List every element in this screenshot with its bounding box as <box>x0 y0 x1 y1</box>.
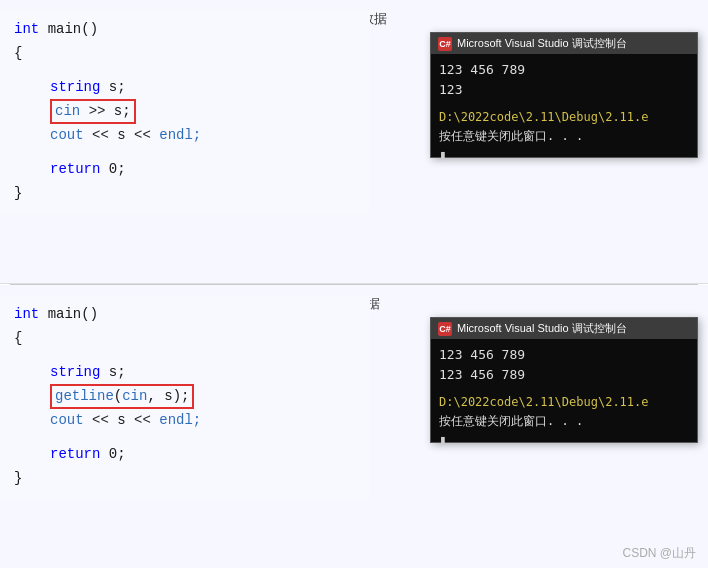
brace-open-1: { <box>14 42 22 66</box>
var-s-3: s <box>117 124 125 148</box>
console-cursor-2: ▮ <box>439 430 689 436</box>
console-line-b1: 123 456 789 <box>439 345 689 365</box>
code-line-blank-1 <box>0 66 370 76</box>
code-line-3: string s; <box>0 76 370 100</box>
code-line-b1: int main() <box>0 303 370 327</box>
code-line-7: } <box>0 182 370 206</box>
code-block-bottom: int main() { string s; getline(cin, s); … <box>0 295 370 499</box>
console-body-top: 123 456 789 123 D:\2022code\2.11\Debug\2… <box>431 54 697 157</box>
keyword-int-1: int <box>14 18 39 42</box>
keyword-return-2: return <box>50 443 100 467</box>
console-line-b4: 按任意键关闭此窗口. . . <box>439 412 689 431</box>
console-window-bottom: C# Microsoft Visual Studio 调试控制台 123 456… <box>430 317 698 443</box>
op-1: >> <box>89 103 106 119</box>
brace-close-2: } <box>14 467 22 491</box>
code-line-blank-b1 <box>0 351 370 361</box>
keyword-return-1: return <box>50 158 100 182</box>
code-line-b3: string s; <box>0 361 370 385</box>
keyword-string-2: string <box>50 361 100 385</box>
var-s-2: s; <box>114 103 131 119</box>
var-s-b3: s <box>117 409 125 433</box>
op-b3: << <box>134 409 151 433</box>
cout-keyword-1: cout <box>50 124 84 148</box>
cout-keyword-2: cout <box>50 409 84 433</box>
op-2: << <box>92 124 109 148</box>
console-icon-top: C# <box>438 37 452 51</box>
endl-2: endl; <box>159 409 201 433</box>
console-window-top: C# Microsoft Visual Studio 调试控制台 123 456… <box>430 32 698 158</box>
op-3: << <box>134 124 151 148</box>
var-s-b1: s; <box>109 361 126 385</box>
highlighted-getline: getline(cin, s); <box>50 384 194 409</box>
return-val-2: 0; <box>109 443 126 467</box>
console-line-b3: D:\2022code\2.11\Debug\2.11.e <box>439 393 689 412</box>
cin-keyword: cin <box>55 103 80 119</box>
console-icon-bottom: C# <box>438 322 452 336</box>
console-line-4: 按任意键关闭此窗口. . . <box>439 127 689 146</box>
console-body-bottom: 123 456 789 123 456 789 D:\2022code\2.11… <box>431 339 697 442</box>
console-line-3: D:\2022code\2.11\Debug\2.11.e <box>439 108 689 127</box>
paren-1: ( <box>114 388 122 404</box>
func-name-1: main() <box>48 18 98 42</box>
brace-close-1: } <box>14 182 22 206</box>
code-line-b6: return 0; <box>0 443 370 467</box>
console-title-top: Microsoft Visual Studio 调试控制台 <box>457 36 627 51</box>
func-name-2: main() <box>48 303 98 327</box>
keyword-string-1: string <box>50 76 100 100</box>
code-line-4: cin >> s; <box>0 99 370 124</box>
comma-1: , <box>147 388 155 404</box>
console-title-bottom: Microsoft Visual Studio 调试控制台 <box>457 321 627 336</box>
var-s-b2: s); <box>164 388 189 404</box>
console-line-2: 123 <box>439 80 689 100</box>
console-titlebar-top: C# Microsoft Visual Studio 调试控制台 <box>431 33 697 54</box>
page-container: cin以空格或换行为间隔分割数据 int main() { string s; … <box>0 0 708 568</box>
watermark-text: CSDN @山丹 <box>622 546 696 560</box>
brace-open-2: { <box>14 327 22 351</box>
op-b2: << <box>92 409 109 433</box>
code-line-5: cout << s << endl; <box>0 124 370 148</box>
code-block-top: int main() { string s; cin >> s; cout <<… <box>0 10 370 214</box>
keyword-int-2: int <box>14 303 39 327</box>
code-line-6: return 0; <box>0 158 370 182</box>
code-line-b7: } <box>0 467 370 491</box>
code-line-1: int main() <box>0 18 370 42</box>
code-line-b4: getline(cin, s); <box>0 384 370 409</box>
code-line-2: { <box>0 42 370 66</box>
watermark: CSDN @山丹 <box>622 545 696 562</box>
getline-keyword: getline <box>55 388 114 404</box>
return-val-1: 0; <box>109 158 126 182</box>
console-line-1: 123 456 789 <box>439 60 689 80</box>
code-line-b5: cout << s << endl; <box>0 409 370 433</box>
code-line-b2: { <box>0 327 370 351</box>
endl-1: endl; <box>159 124 201 148</box>
console-line-blank <box>439 100 689 108</box>
var-s-1: s; <box>109 76 126 100</box>
section-top: cin以空格或换行为间隔分割数据 int main() { string s; … <box>0 0 708 284</box>
cin-keyword-2: cin <box>122 388 147 404</box>
console-line-blank-b <box>439 385 689 393</box>
console-line-b2: 123 456 789 <box>439 365 689 385</box>
highlighted-cin: cin >> s; <box>50 99 136 124</box>
code-line-blank-b2 <box>0 433 370 443</box>
console-titlebar-bottom: C# Microsoft Visual Studio 调试控制台 <box>431 318 697 339</box>
console-cursor-1: ▮ <box>439 145 689 151</box>
section-bottom: getline以换行为间隔分割数据 int main() { string s;… <box>0 285 708 568</box>
code-line-blank-2 <box>0 148 370 158</box>
